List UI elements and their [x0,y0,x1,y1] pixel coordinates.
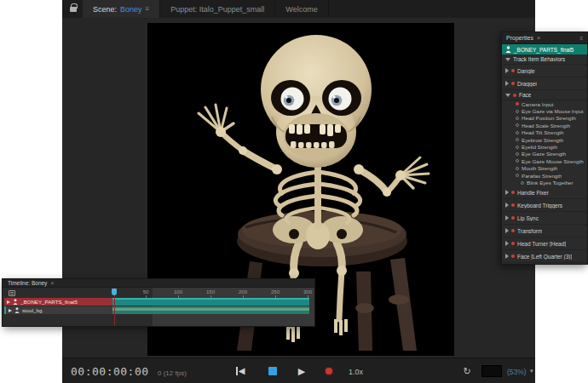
param-parallax-strength[interactable]: Parallax Strength [502,172,587,179]
param-ring-icon[interactable] [516,167,519,170]
param-head-position-strength[interactable]: Head Position Strength [502,115,587,122]
behavior-lip-sync[interactable]: Lip Sync [502,212,587,225]
chevron-right-icon[interactable] [505,215,509,220]
panel-menu-icon[interactable]: ≡ [579,36,583,41]
timeline-panel: Timeline: Boney × 50 100 150 200 250 300… [2,278,315,327]
skip-back-icon: ◀ [236,367,245,375]
arm-for-record-dot[interactable] [513,94,516,97]
arm-for-record-dot[interactable] [511,203,515,207]
frame-info: 0 (12 fps) [158,369,187,377]
param-eyelid-strength[interactable]: Eyelid Strength [502,143,587,150]
behavior-transform[interactable]: Transform [502,225,587,237]
behavior-face-left-quarter[interactable]: Face [Left Quarter (3)] [502,250,587,263]
chevron-right-icon[interactable] [505,190,509,195]
track-header[interactable]: _BONEY_PARTS_final5 [4,298,112,306]
param-ring-icon[interactable] [516,138,519,141]
param-ring-icon[interactable] [516,131,519,134]
track-clip-bar[interactable] [112,298,309,306]
behavior-face[interactable]: Face [502,90,587,100]
behavior-dangle[interactable]: Dangle [502,65,587,77]
param-ring-icon[interactable] [516,110,519,113]
track-name: _BONEY_PARTS_final5 [20,299,78,305]
param-ring-icon[interactable] [516,174,519,177]
ruler-tick: 100 [174,289,182,294]
record-button[interactable] [318,358,340,383]
track-clip-bar[interactable] [112,306,309,314]
timeline-body: 50 100 150 200 250 300 _BONEY_PARTS_fina… [3,288,314,326]
panel-menu-icon[interactable]: ≡ [146,5,150,13]
param-camera-input[interactable]: Camera Input [502,100,587,107]
timeline-options-icon[interactable] [9,290,15,296]
zoom-level[interactable]: (53%) [507,368,527,376]
puppet-icon [505,46,511,53]
ruler-tick: 50 [143,289,149,294]
welcome-tab-label: Welcome [285,5,317,14]
chevron-right-icon[interactable] [505,81,509,86]
tab-scene[interactable]: Scene: Boney ≡ [83,0,160,18]
param-ring-icon[interactable] [521,181,524,185]
param-head-tilt-strength[interactable]: Head Tilt Strength [502,129,587,136]
behavior-handle-fixer[interactable]: Handle Fixer [502,186,587,199]
time-ruler[interactable]: 50 100 150 200 250 300 [112,288,314,298]
param-eye-gaze-mouse-strength[interactable]: Eye Gaze Mouse Strength [502,157,587,164]
param-mouth-strength[interactable]: Mouth Strength [502,165,587,172]
close-icon[interactable]: × [50,280,54,286]
chevron-right-icon[interactable] [505,254,509,259]
puppet-icon [14,307,20,313]
chevron-right-icon[interactable] [9,309,12,312]
param-head-scale-strength[interactable]: Head Scale Strength [502,122,587,129]
playback-speed[interactable]: 1.0x [343,366,368,378]
arm-for-record-dot[interactable] [511,229,515,232]
chevron-right-icon[interactable] [505,228,509,233]
param-blink-eyes-together[interactable]: Blink Eyes Together [502,179,587,186]
param-ring-icon[interactable] [516,123,519,127]
stop-icon [268,367,277,375]
chevron-right-icon[interactable] [7,300,10,304]
play-button[interactable]: ▶ [291,358,313,383]
go-to-start-button[interactable]: ◀ [229,358,251,383]
chevron-right-icon[interactable] [505,241,509,246]
track-row[interactable]: _BONEY_PARTS_final5 [4,298,309,306]
chevron-down-icon[interactable] [505,94,510,97]
properties-panel: Properties × ≡ _BONEY_PARTS_final5 Track… [501,31,588,265]
record-icon [325,367,333,375]
arm-for-record-dot[interactable] [511,69,515,72]
loop-button[interactable]: ↻ [456,358,478,383]
chevron-right-icon[interactable] [505,68,509,73]
chevron-right-icon[interactable] [505,203,509,208]
behavior-head-turner[interactable]: Head Turner [Head] [502,237,587,250]
scene-tab-prefix: Scene: [93,5,117,14]
chevron-down-icon[interactable]: ▾ [530,368,533,374]
arm-for-record-dot[interactable] [511,254,515,258]
scene-lock-icon[interactable] [62,0,83,18]
arm-for-record-dot[interactable] [511,216,515,220]
tab-welcome[interactable]: Welcome [275,0,328,18]
playhead-handle[interactable] [112,289,117,295]
param-eyebrow-strength[interactable]: Eyebrow Strength [502,136,587,143]
tab-properties[interactable]: Properties [506,35,533,41]
track-row[interactable]: stool_bg [4,306,309,314]
param-eye-gaze-via-mouse-input[interactable]: Eye Gaze via Mouse Input [502,107,587,114]
param-ring-icon[interactable] [516,152,519,156]
timeline-tab[interactable]: Timeline: Boney × [3,279,314,288]
selected-puppet-row[interactable]: _BONEY_PARTS_final5 [502,44,587,54]
param-ring-icon[interactable] [516,159,519,163]
tab-puppet[interactable]: Puppet: Italo_Puppet_small [160,0,275,18]
arm-for-record-dot[interactable] [511,191,515,194]
track-header[interactable]: stool_bg [4,306,112,314]
ruler-tick: 300 [303,289,312,294]
stop-button[interactable] [262,358,284,383]
param-ring-icon[interactable] [516,117,519,120]
close-icon[interactable]: × [537,35,540,41]
arm-for-record-dot[interactable] [516,102,519,106]
track-item-behaviors-header[interactable]: Track Item Behaviors [502,54,587,65]
arm-for-record-dot[interactable] [511,82,515,85]
ruler-tick: 250 [271,289,280,294]
behavior-dragger[interactable]: Dragger [502,77,587,90]
param-eye-gaze-strength[interactable]: Eye Gaze Strength [502,151,587,157]
param-ring-icon[interactable] [516,146,519,149]
properties-panel-header: Properties × ≡ [502,32,587,44]
arm-for-record-dot[interactable] [511,242,515,245]
loop-icon: ↻ [463,366,470,377]
behavior-keyboard-triggers[interactable]: Keyboard Triggers [502,199,587,212]
